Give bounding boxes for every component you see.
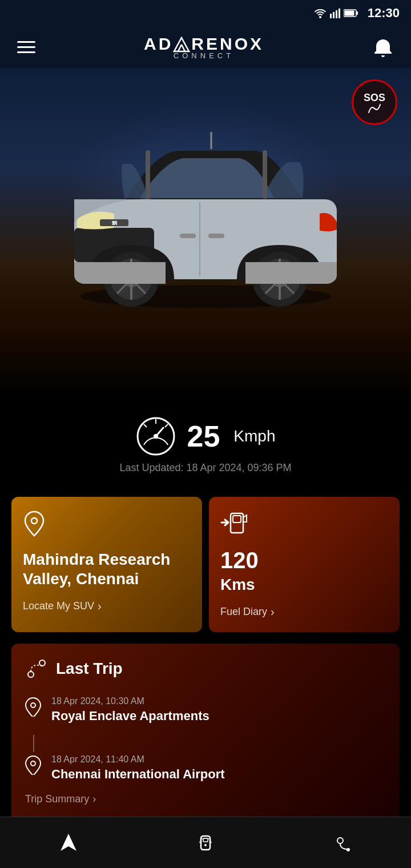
nav-navigate[interactable] <box>41 827 96 859</box>
wifi-icon <box>314 8 327 18</box>
last-updated-text: Last Updated: 18 Apr 2024, 09:36 PM <box>119 462 291 474</box>
hamburger-menu-button[interactable] <box>17 41 35 53</box>
trip-stop-2: 18 Apr 2024, 11:40 AM Chennai Internatio… <box>25 754 386 782</box>
car-image: 𝕸 <box>40 102 371 319</box>
stop-1-name: Royal Enclave Apartments <box>51 709 386 724</box>
svg-rect-6 <box>356 11 358 15</box>
status-bar: 12:30 <box>0 0 411 26</box>
svg-rect-1 <box>333 12 335 18</box>
cards-row: Mahindra Research Valley, Chennai Locate… <box>11 497 400 632</box>
trip-summary-link[interactable]: Trip Summary › <box>25 793 386 805</box>
logo-container: ADRENOX CONNECT <box>144 34 264 60</box>
svg-point-47 <box>31 761 35 766</box>
logo-text: ADRENOX <box>144 34 264 54</box>
trip-route-icon <box>25 657 48 680</box>
location-card-title: Mahindra Research Valley, Chennai <box>23 550 191 588</box>
fuel-range-unit: Kms <box>220 576 388 594</box>
locate-suv-arrow: › <box>98 600 102 613</box>
svg-rect-43 <box>233 516 241 523</box>
fuel-card-icon <box>220 511 388 540</box>
stop-2-name: Chennai International Airport <box>51 767 386 782</box>
svg-rect-30 <box>180 234 196 238</box>
navigate-icon <box>58 833 79 853</box>
signal-icon <box>330 8 340 18</box>
stop-2-time: 18 Apr 2024, 11:40 AM <box>51 754 386 765</box>
stop-2-icon <box>25 756 42 779</box>
location-pin-icon-2 <box>25 756 41 775</box>
remote-icon <box>195 833 216 853</box>
svg-line-37 <box>144 424 147 427</box>
status-icons <box>314 8 358 18</box>
svg-point-50 <box>204 844 207 846</box>
nav-location[interactable] <box>315 827 370 859</box>
svg-rect-32 <box>146 150 150 199</box>
last-trip-header: Last Trip <box>25 657 386 680</box>
speed-section: 25 Kmph Last Updated: 18 Apr 2024, 09:36… <box>0 399 411 485</box>
svg-point-41 <box>31 518 37 524</box>
locate-suv-label: Locate My SUV <box>23 600 94 612</box>
speed-value: 25 <box>187 419 220 453</box>
svg-rect-2 <box>336 10 337 18</box>
location-card-icon <box>23 511 191 542</box>
fuel-range-value: 120 <box>220 548 388 573</box>
battery-icon <box>344 9 358 17</box>
bottom-navigation <box>0 817 411 868</box>
svg-point-40 <box>154 434 158 439</box>
speed-unit: Kmph <box>233 427 275 445</box>
svg-point-51 <box>337 838 343 843</box>
bell-icon <box>372 37 394 58</box>
svg-line-8 <box>178 45 182 51</box>
trip-summary-label: Trip Summary <box>25 793 89 805</box>
speed-row: 25 Kmph <box>136 416 276 456</box>
car-svg: 𝕸 <box>40 108 371 314</box>
stop-1-info: 18 Apr 2024, 10:30 AM Royal Enclave Apar… <box>51 696 386 724</box>
sos-label: SOS <box>364 92 385 104</box>
last-trip-section: Last Trip 18 Apr 2024, 10:30 AM Royal En… <box>11 644 400 822</box>
fuel-card[interactable]: 120 Kms Fuel Diary › <box>209 497 400 632</box>
svg-rect-0 <box>330 14 332 18</box>
location-card[interactable]: Mahindra Research Valley, Chennai Locate… <box>11 497 202 632</box>
svg-point-52 <box>346 848 350 851</box>
logo-a-letter: A <box>144 34 159 53</box>
pin-icon <box>23 511 46 537</box>
svg-rect-3 <box>339 9 340 18</box>
track-icon <box>332 833 353 853</box>
stop-1-time: 18 Apr 2024, 10:30 AM <box>51 696 386 706</box>
trip-summary-arrow: › <box>92 793 96 805</box>
svg-point-45 <box>39 660 45 666</box>
sos-button[interactable]: SOS <box>352 79 397 125</box>
sos-signal-icon <box>368 104 381 113</box>
hero-section: SOS <box>0 68 411 399</box>
notification-bell-button[interactable] <box>372 37 394 58</box>
app-header: ADRENOX CONNECT <box>0 26 411 68</box>
trip-connector <box>33 735 34 752</box>
svg-rect-49 <box>203 838 208 842</box>
svg-point-44 <box>28 672 34 677</box>
svg-rect-5 <box>344 11 354 16</box>
location-pin-icon <box>25 697 41 717</box>
svg-rect-31 <box>208 234 224 238</box>
nav-remote[interactable] <box>178 827 233 859</box>
svg-line-38 <box>165 424 168 427</box>
svg-point-46 <box>31 703 35 708</box>
fuel-pump-icon <box>220 511 249 535</box>
locate-suv-link[interactable]: Locate My SUV › <box>23 600 191 613</box>
fuel-diary-arrow: › <box>271 605 275 618</box>
stop-2-info: 18 Apr 2024, 11:40 AM Chennai Internatio… <box>51 754 386 782</box>
svg-line-9 <box>182 45 185 51</box>
trip-stop-1: 18 Apr 2024, 10:30 AM Royal Enclave Apar… <box>25 696 386 724</box>
fuel-diary-label: Fuel Diary <box>220 606 267 618</box>
stop-1-icon <box>25 697 42 721</box>
last-trip-title: Last Trip <box>56 660 123 678</box>
speedometer-icon <box>136 416 176 456</box>
fuel-diary-link[interactable]: Fuel Diary › <box>220 605 388 618</box>
svg-text:𝕸: 𝕸 <box>112 220 118 226</box>
svg-rect-33 <box>263 150 267 199</box>
status-time: 12:30 <box>368 6 400 21</box>
